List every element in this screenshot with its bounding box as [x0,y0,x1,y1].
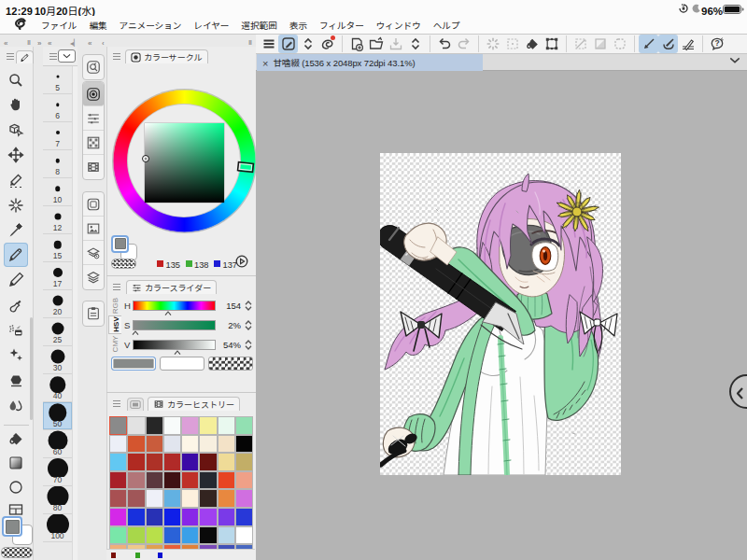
palette-icon-navigator[interactable] [83,55,104,79]
brush-size-dropdown[interactable] [58,49,76,63]
menu-window[interactable]: ウィンドウ [376,19,421,32]
slider-transparent-color[interactable] [208,357,253,371]
slider-stepper[interactable] [245,320,252,330]
history-color-14[interactable] [218,435,235,454]
history-color-43[interactable] [163,508,181,526]
wheel-mode-icon[interactable] [235,255,248,268]
history-color-32[interactable] [109,489,127,508]
tool-auto-select[interactable] [4,193,28,217]
history-color-49[interactable] [127,526,145,545]
tool-scrollbar[interactable] [30,317,33,420]
brush-size-7[interactable]: 7 [43,122,72,150]
collapse-palette-icon[interactable]: « [88,39,92,47]
toolbar-clip-studio[interactable] [317,35,337,53]
history-color-10[interactable] [146,435,163,454]
toolbar-transform[interactable] [542,35,561,53]
expand-brush-icon[interactable]: » [37,39,41,47]
toolbar-fill[interactable] [522,35,542,53]
brush-size-80[interactable]: 80 [43,486,72,514]
toolbar-undo[interactable] [434,35,454,53]
history-color-51[interactable] [163,526,181,545]
color-wheel-menu-icon[interactable] [113,53,120,60]
dock-handle-icon[interactable]: ‖ [27,38,31,46]
menu-file[interactable]: ファイル [41,19,77,32]
toolbar-redo[interactable] [454,35,473,53]
clip-studio-logo[interactable] [13,17,28,30]
brush-size-5[interactable]: 5 [43,66,72,94]
slider-caret[interactable] [174,350,181,355]
brush-size-40[interactable]: 40 [43,374,72,402]
history-color-28[interactable] [181,471,199,490]
history-color-23[interactable] [235,453,253,471]
toolbar-snap-special-ruler[interactable] [658,35,678,53]
slider-bar-s[interactable] [134,321,215,329]
history-color-46[interactable] [218,508,235,526]
toolbar-open-file[interactable] [366,35,386,53]
tool-eraser[interactable] [4,368,28,392]
color-history-menu-icon[interactable] [113,400,120,407]
history-color-5[interactable] [199,416,217,435]
history-color-26[interactable] [146,471,163,490]
history-color-15[interactable] [235,435,253,454]
menu-filter[interactable]: フィルター [319,19,364,32]
history-color-45[interactable] [199,508,217,526]
history-color-54[interactable] [218,526,235,545]
history-color-29[interactable] [199,471,217,490]
history-color-31[interactable] [235,471,253,490]
tool-airbrush[interactable] [4,318,28,343]
canvas-viewport[interactable] [256,71,747,560]
menu-layer[interactable]: レイヤー [193,19,229,32]
menu-edit[interactable]: 編集 [89,19,106,32]
brush-size-25[interactable]: 25 [43,318,72,346]
brush-size-8[interactable]: 8 [43,150,72,178]
palette-icon-layers[interactable] [83,265,104,289]
tool-fill[interactable] [4,427,28,451]
wheel-main-color[interactable] [111,235,129,253]
history-color-1[interactable] [127,416,145,435]
history-color-20[interactable] [181,453,199,471]
menu-help[interactable]: ヘルプ [433,19,460,32]
history-color-24[interactable] [109,471,127,490]
toolbar-clear-selection[interactable] [571,35,590,53]
history-color-12[interactable] [181,435,199,454]
toolbar-deselect[interactable] [483,35,502,53]
brush-size-17[interactable]: 17 [43,262,72,290]
history-color-39[interactable] [235,489,253,508]
toolbar-main-menu[interactable] [259,35,278,53]
collapse-tools-icon[interactable]: « [4,39,7,47]
tool-move-layer[interactable] [4,143,28,167]
history-color-42[interactable] [146,508,163,526]
palette-icon-color-wheel[interactable] [83,82,104,106]
history-color-7[interactable] [235,416,253,435]
document-canvas[interactable] [380,153,621,475]
toolbar-save[interactable] [386,35,405,53]
close-tab-icon[interactable]: × [262,58,268,67]
brush-size-30[interactable]: 30 [43,346,72,374]
history-color-55[interactable] [235,526,253,545]
tool-gradient[interactable] [4,451,28,475]
history-color-40[interactable] [109,508,127,526]
tool-blend[interactable] [4,393,28,417]
document-tab[interactable]: × 甘噛綴 (1536 x 2048px 72dpi 43.1%) [257,54,483,71]
dock-edge-handle-icon[interactable]: ‖ [248,38,252,46]
menu-selection[interactable]: 選択範囲 [241,19,276,32]
toolbar-selection-border[interactable] [610,35,629,53]
menu-animation[interactable]: アニメーション [120,19,182,32]
history-color-36[interactable] [181,489,199,508]
brush-size-20[interactable]: 20 [43,290,72,318]
sv-square[interactable] [145,123,224,203]
history-color-19[interactable] [163,453,181,471]
history-color-25[interactable] [127,471,145,490]
slider-mode-rgb[interactable]: RGB [108,296,121,315]
brush-size-scrollbar[interactable] [72,66,78,560]
palette-icon-color-set[interactable] [83,131,104,155]
brush-size-50[interactable]: 50 [43,402,72,430]
collapse-brush-icon[interactable]: « [48,39,51,47]
brush-size-70[interactable]: 70 [43,458,72,486]
palette-icon-layer-property[interactable] [83,241,104,265]
slider-sub-color[interactable] [160,357,204,371]
tool-zoom[interactable] [4,68,28,92]
brush-size-menu-icon[interactable] [49,53,57,60]
history-color-21[interactable] [199,453,217,471]
history-color-2[interactable] [146,416,163,435]
